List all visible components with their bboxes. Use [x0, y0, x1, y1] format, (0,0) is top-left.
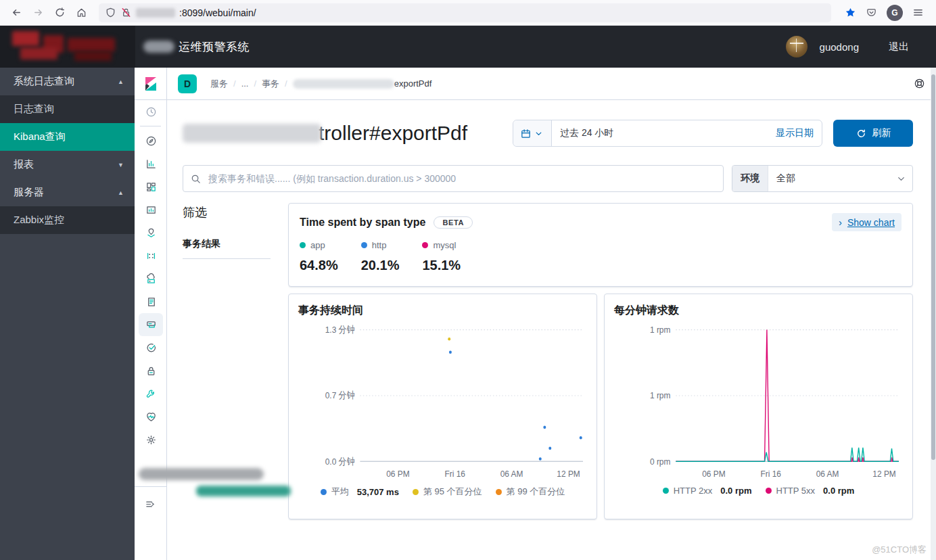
- visualize-icon[interactable]: [135, 152, 167, 175]
- legend-dot-icon: [300, 242, 306, 248]
- reload-icon[interactable]: [50, 3, 69, 22]
- span-type-percent: 64.8%: [300, 258, 338, 273]
- logs-icon[interactable]: [135, 290, 167, 313]
- collapse-icon[interactable]: [135, 492, 166, 515]
- beta-badge: BETA: [434, 216, 473, 229]
- sidebar-item-label: Kibana查询: [14, 131, 66, 143]
- pocket-icon[interactable]: [866, 7, 877, 18]
- chart-legend: 平均53,707 ms第 95 个百分位第 99 个百分位: [298, 486, 587, 498]
- caret-down-icon: ▼: [118, 162, 124, 168]
- account-avatar[interactable]: G: [887, 5, 903, 21]
- discover-icon[interactable]: [135, 129, 167, 152]
- chart-plot: 1 rpm1 rpm0 rpm06 PMFri 1606 AM12 PM: [614, 321, 903, 483]
- breadcrumb-current: exportPdf: [394, 78, 432, 89]
- monitoring-icon[interactable]: [135, 405, 167, 428]
- date-range-value[interactable]: 过去 24 小时: [552, 127, 768, 139]
- space-avatar[interactable]: D: [178, 74, 197, 93]
- sidebar-item-Kibana查询[interactable]: Kibana查询: [0, 123, 135, 151]
- recent-clock-icon[interactable]: [135, 100, 167, 123]
- legend-dot-icon: [422, 242, 428, 248]
- forward-icon[interactable]: [28, 3, 47, 22]
- chevron-right-icon: ›: [839, 216, 842, 228]
- metrics-icon[interactable]: [135, 267, 167, 290]
- devtools-icon[interactable]: [135, 382, 167, 405]
- svg-text:1.3 分钟: 1.3 分钟: [325, 324, 355, 335]
- filters-heading: 筛选: [183, 204, 284, 220]
- span-type-http: http 20.1%: [361, 240, 400, 273]
- caret-up-icon: ▲: [118, 78, 124, 85]
- sidebar-item-日志查询[interactable]: 日志查询: [0, 95, 135, 123]
- censored-footer-bar: [196, 486, 291, 496]
- show-chart-link[interactable]: ›Show chart: [832, 213, 902, 231]
- date-picker[interactable]: 过去 24 小时 显示日期: [513, 120, 822, 147]
- sidebar-item-报表[interactable]: 报表▼: [0, 151, 135, 179]
- bookmark-star-icon[interactable]: [845, 7, 856, 18]
- scrollbar: [931, 68, 936, 560]
- legend-dot-icon: [361, 242, 367, 248]
- ml-icon[interactable]: [135, 244, 167, 267]
- date-toolbar: 过去 24 小时 显示日期 刷新: [513, 120, 913, 147]
- svg-text:Fri 16: Fri 16: [761, 468, 781, 479]
- legend-dot-icon: [413, 489, 419, 495]
- sidebar-item-系统日志查询[interactable]: 系统日志查询▲: [0, 68, 135, 95]
- svg-text:06 PM: 06 PM: [702, 468, 725, 479]
- back-icon[interactable]: [7, 3, 26, 22]
- menu-icon[interactable]: [912, 7, 924, 18]
- legend-item: 第 95 个百分位: [413, 486, 482, 498]
- app-title: 运维预警系统: [179, 39, 250, 55]
- siem-icon[interactable]: [135, 359, 167, 382]
- sidebar-item-服务器[interactable]: 服务器▲: [0, 179, 135, 206]
- refresh-button[interactable]: 刷新: [833, 120, 913, 147]
- censored-logo: [0, 26, 135, 68]
- chart-card: 事务持续时间 1.3 分钟0.7 分钟0.0 分钟06 PMFri 1606 A…: [288, 294, 597, 519]
- search-input[interactable]: [207, 172, 716, 185]
- calendar-icon: [520, 128, 532, 139]
- span-panel-title: Time spent by span type: [300, 216, 425, 229]
- chart-title: 每分钟请求数: [614, 304, 903, 318]
- show-dates-button[interactable]: 显示日期: [768, 127, 822, 139]
- refresh-icon: [856, 128, 867, 139]
- quick-select-button[interactable]: [513, 120, 552, 146]
- svg-text:0.0 分钟: 0.0 分钟: [325, 456, 355, 467]
- canvas-icon[interactable]: [135, 198, 167, 221]
- chevron-down-icon: [533, 128, 544, 139]
- svg-text:12 PM: 12 PM: [557, 468, 580, 479]
- insecure-lock-icon[interactable]: [120, 7, 132, 18]
- legend-item: 第 99 个百分位: [496, 486, 565, 498]
- sidebar-item-label: 报表: [14, 158, 34, 171]
- span-type-label: http: [372, 240, 387, 250]
- breadcrumb-link[interactable]: 服务: [210, 78, 228, 90]
- help-icon[interactable]: [914, 78, 925, 89]
- uptime-icon[interactable]: [135, 336, 167, 359]
- management-icon[interactable]: [135, 428, 167, 451]
- span-type-percent: 20.1%: [361, 258, 400, 273]
- shield-icon[interactable]: [105, 7, 116, 18]
- search-box[interactable]: [183, 165, 724, 192]
- logout-button[interactable]: 退出: [889, 41, 909, 53]
- url-bar[interactable]: :8099/webui/main/: [99, 3, 831, 22]
- maps-icon[interactable]: [135, 221, 167, 244]
- span-type-app: app 64.8%: [300, 240, 338, 273]
- kibana-logo[interactable]: [135, 68, 166, 100]
- span-type-label: mysql: [433, 240, 456, 250]
- app-sidebar: 系统日志查询▲日志查询Kibana查询报表▼服务器▲Zabbix监控: [0, 68, 135, 560]
- span-type-label: app: [310, 240, 325, 250]
- breadcrumb-link[interactable]: ...: [241, 78, 249, 89]
- apm-icon[interactable]: [139, 313, 163, 336]
- sidebar-item-Zabbix监控[interactable]: Zabbix监控: [0, 206, 135, 234]
- scrollbar-thumb[interactable]: [931, 74, 935, 460]
- toolbar-right: G: [839, 5, 929, 21]
- url-text: :8099/webui/main/: [179, 7, 256, 18]
- dashboard-icon[interactable]: [135, 175, 167, 198]
- user-avatar: [786, 36, 808, 57]
- breadcrumb-link[interactable]: 事务: [262, 78, 279, 90]
- caret-up-icon: ▲: [118, 189, 124, 196]
- legend-item: HTTP 5xx0.0 rpm: [766, 486, 855, 496]
- home-icon[interactable]: [72, 3, 91, 22]
- app-header: 运维预警系统 guodong 退出: [0, 26, 936, 68]
- sidebar-item-label: 系统日志查询: [14, 75, 74, 88]
- sidebar-item-label: Zabbix监控: [14, 214, 64, 227]
- environment-select[interactable]: 环境 全部: [732, 165, 913, 192]
- svg-text:12 PM: 12 PM: [872, 468, 895, 479]
- svg-text:1 rpm: 1 rpm: [650, 324, 670, 335]
